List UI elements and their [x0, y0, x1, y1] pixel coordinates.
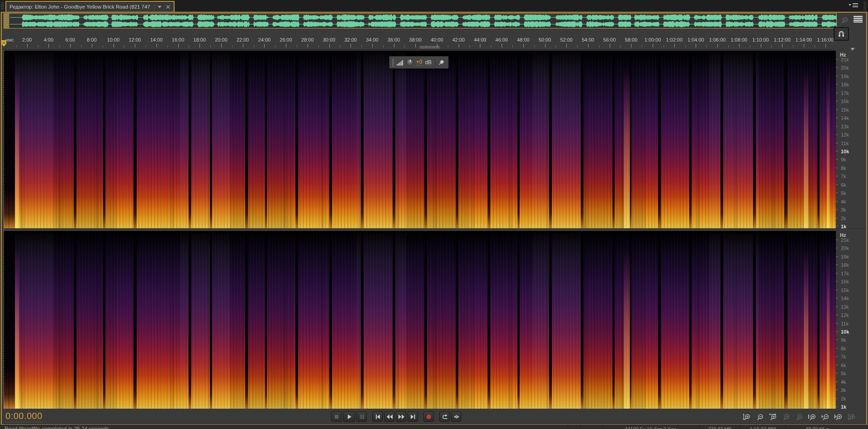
freq-tick [836, 406, 838, 407]
ruler-tick [189, 45, 189, 47]
ruler-tick [804, 44, 804, 47]
freq-tick [836, 290, 838, 290]
loop-icon [441, 414, 448, 420]
hud-drag-grip[interactable] [392, 59, 394, 66]
ruler-tick [318, 45, 319, 47]
skip-selection-button[interactable] [451, 411, 461, 422]
freq-tick [836, 306, 838, 307]
ruler-tick [534, 45, 535, 47]
gain-knob[interactable] [406, 59, 413, 66]
magnet-icon [838, 30, 845, 38]
editor-tab[interactable]: Редактор: Elton John - Goodbye Yellow Br… [5, 1, 175, 12]
ruler-tick [502, 44, 502, 47]
freq-tick [836, 193, 838, 193]
spectral-controls-icon[interactable] [853, 15, 863, 24]
ruler-tick [286, 44, 286, 47]
fast-forward-button[interactable] [396, 411, 406, 422]
freq-label: 15k [841, 107, 849, 113]
ruler-time-label: 26:00 [280, 37, 292, 42]
ruler-tick [631, 44, 631, 47]
ruler-time-label: 18:00 [194, 37, 206, 42]
ruler-tick [415, 44, 416, 47]
freq-label: 16k [841, 99, 849, 104]
tab-dropdown-icon[interactable] [158, 6, 161, 8]
loop-playback-button[interactable] [439, 411, 450, 422]
play-icon [346, 414, 352, 420]
ruler-tick [92, 44, 92, 47]
freq-label: 18k [841, 262, 849, 268]
tab-close-icon[interactable]: ✕ [166, 4, 171, 10]
ruler-tick [308, 44, 308, 47]
vertical-zoom-button[interactable] [847, 413, 856, 421]
zoom-to-selection-button[interactable] [834, 413, 843, 421]
gain-value[interactable]: +0 [416, 59, 422, 66]
volume-hud[interactable]: +0 dB [389, 56, 449, 69]
tab-title: Редактор: Elton John - Goodbye Yellow Br… [9, 4, 150, 9]
overview-left-handle[interactable] [4, 14, 9, 28]
ruler-tick [48, 44, 49, 47]
freq-tick [836, 226, 838, 226]
freq-label: 9k [841, 157, 846, 162]
ruler-tick [361, 45, 362, 47]
timeline-ruler[interactable]: чмс 2:004:006:008:0010:0012:0014:0016:00… [3, 34, 834, 50]
freq-label: 14k [841, 115, 849, 121]
current-time-indicator[interactable] [4, 51, 4, 409]
ruler-tick [383, 45, 384, 47]
ruler-time-label: 1:14:00 [796, 37, 812, 42]
play-button[interactable] [343, 411, 355, 422]
spectrogram-left-channel[interactable] [4, 51, 836, 228]
panel-drag-grip[interactable] [1, 2, 4, 10]
status-fields: 44100 Гц 16-бит 2-Кан.779,32 МБ1:16:10.8… [568, 425, 849, 429]
freq-tick [836, 143, 838, 143]
freq-label: 9k [841, 337, 846, 343]
scale-collapse-icon[interactable] [850, 48, 855, 51]
zoom-to-in-point-button[interactable] [807, 413, 816, 421]
frequency-scale[interactable]: Hz21k20k19k18k17k16k15k14k13k12k11k10k9k… [836, 51, 864, 409]
spectrogram-right-channel[interactable] [4, 231, 836, 409]
ruler-tick [243, 44, 243, 47]
ruler-tick [523, 44, 524, 47]
pin-icon[interactable] [438, 60, 444, 66]
pause-button[interactable] [356, 411, 367, 422]
stop-button[interactable] [331, 411, 342, 422]
freq-tick [836, 240, 838, 240]
zoom-toolbar [742, 413, 856, 421]
ruler-tick [793, 45, 793, 47]
zoom-in-amplitude-button[interactable] [742, 413, 751, 421]
zoom-out-icon[interactable] [840, 16, 849, 24]
freq-label: 15k [841, 288, 849, 293]
freq-tick [836, 159, 838, 160]
tabbar-grip[interactable] [863, 1, 866, 10]
stop-icon [333, 414, 340, 420]
freq-tick [836, 218, 838, 218]
skip-to-end-button[interactable] [408, 411, 418, 422]
zoom-out-time-button[interactable] [781, 413, 790, 421]
zoom-out-full-button[interactable] [794, 413, 803, 421]
freq-label: 2k [841, 396, 846, 401]
ruler-tick [135, 44, 135, 47]
freq-tick [836, 356, 838, 357]
freq-tick [836, 398, 838, 399]
rewind-button[interactable] [384, 411, 394, 422]
zoom-in-time-button[interactable] [768, 413, 777, 421]
zoom-out-amplitude-button[interactable] [755, 413, 764, 421]
playhead-time-display[interactable]: 0:00.000 [5, 411, 43, 422]
ruler-tick [157, 44, 157, 47]
ruler-time-label: 30:00 [323, 37, 336, 42]
overview-navigator[interactable] [4, 13, 837, 28]
skip-selection-icon [453, 414, 460, 420]
snap-toggle-button[interactable] [834, 27, 849, 41]
freq-tick [836, 248, 838, 248]
freq-tick [836, 365, 838, 365]
tab-bar: Редактор: Elton John - Goodbye Yellow Br… [0, 0, 868, 12]
skip-to-start-button[interactable] [372, 411, 383, 422]
ruler-drag-grip[interactable] [420, 46, 440, 48]
record-button[interactable] [423, 411, 434, 422]
ruler-time-label: 20:00 [215, 37, 228, 42]
rewind-icon [386, 414, 393, 420]
freq-tick [836, 176, 838, 176]
zoom-to-out-point-button[interactable] [821, 413, 830, 421]
panel-menu-icon[interactable] [849, 3, 858, 7]
ruler-tick [610, 44, 610, 47]
ruler-tick [38, 45, 38, 47]
